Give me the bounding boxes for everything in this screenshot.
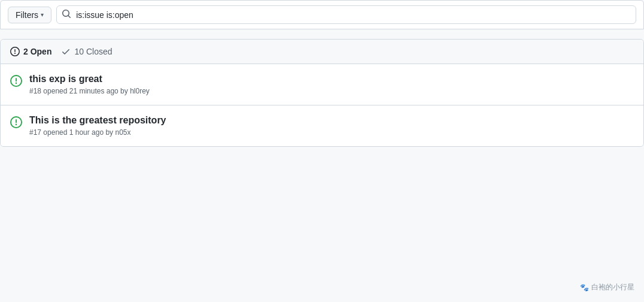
open-count-label: 2 Open (23, 47, 51, 56)
table-row: This is the greatest repository #17 open… (1, 105, 643, 146)
issues-header: 2 Open 10 Closed (1, 40, 643, 64)
filters-button[interactable]: Filters ▾ (8, 7, 51, 23)
issues-container: 2 Open 10 Closed this exp is great #18 o… (0, 39, 644, 147)
closed-count[interactable]: 10 Closed (61, 47, 112, 56)
checkmark-icon (61, 47, 71, 56)
issues-list: this exp is great #18 opened 21 minutes … (1, 64, 643, 146)
search-wrapper (56, 5, 636, 24)
open-count[interactable]: 2 Open (10, 47, 51, 56)
issue-title[interactable]: this exp is great (29, 74, 634, 84)
closed-count-label: 10 Closed (74, 47, 112, 56)
issue-open-icon (10, 75, 22, 89)
chevron-down-icon: ▾ (41, 11, 44, 18)
watermark-icon: 🐾 (580, 283, 589, 292)
watermark-text: 白袍的小行星 (591, 282, 634, 292)
issue-content: this exp is great #18 opened 21 minutes … (29, 74, 634, 95)
watermark: 🐾 白袍的小行星 (580, 282, 634, 292)
search-input[interactable] (76, 10, 631, 20)
filters-label: Filters (16, 10, 38, 20)
search-icon (62, 9, 71, 20)
table-row: this exp is great #18 opened 21 minutes … (1, 64, 643, 105)
filter-bar: Filters ▾ (0, 0, 644, 29)
issue-title[interactable]: This is the greatest repository (29, 115, 634, 126)
open-issue-icon (10, 47, 20, 56)
issue-content: This is the greatest repository #17 open… (29, 115, 634, 137)
issue-open-icon (10, 116, 22, 130)
issue-meta: #18 opened 21 minutes ago by hl0rey (29, 87, 634, 95)
issue-meta: #17 opened 1 hour ago by n05x (29, 128, 634, 137)
